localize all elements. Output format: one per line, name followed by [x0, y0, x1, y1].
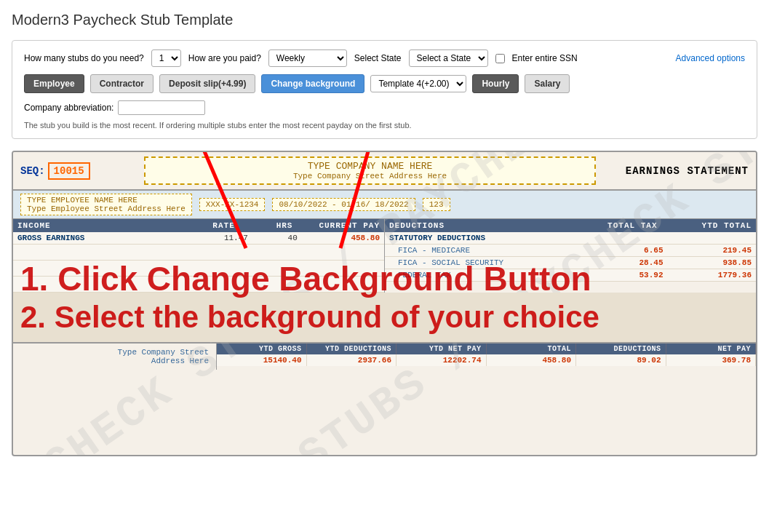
deductions-section: DEDUCTIONS TOTAL TAX YTD TOTAL STATUTORY…: [385, 219, 756, 293]
company-abbr-input[interactable]: [118, 100, 205, 115]
salary-button[interactable]: Salary: [525, 74, 570, 93]
tr-ytd-deductions: 2937.66: [307, 354, 397, 366]
page-title: Modern3 Paycheck Stub Template: [12, 12, 757, 28]
income-row-empty3: [13, 277, 384, 293]
deduct-row-ss: FICA - SOCIAL SECURITY 28.45 938.85: [385, 257, 756, 269]
contractor-button[interactable]: Contractor: [90, 74, 154, 93]
deduct-col-name: DEDUCTIONS: [389, 221, 563, 230]
stub-footer: Type Company Street Address Here YTD GRO…: [13, 342, 756, 370]
deduct-col-total: TOTAL TAX: [570, 221, 658, 230]
company-name-box: TYPE COMPANY NAME HERE Type Company Stre…: [144, 156, 596, 185]
controls-row1: How many stubs do you need? 1234 How are…: [24, 49, 745, 67]
employee-ssn: XXX-XX-1234: [199, 198, 266, 211]
tr-ytd-net: 12202.74: [397, 354, 487, 366]
state-label: Select State: [354, 53, 402, 63]
controls-row3: Company abbreviation:: [24, 100, 745, 115]
income-row-gross: GROSS EARNINGS 11.47 40 458.80: [13, 232, 384, 245]
tr-net-pay: 369.78: [666, 354, 757, 366]
income-row-name: GROSS EARNINGS: [17, 234, 182, 242]
deduct-val-statutory: [570, 234, 661, 242]
company-name: TYPE COMPANY NAME HERE: [308, 161, 433, 172]
th-ytd-net: YTD NET PAY: [397, 344, 487, 354]
info-text: The stub you build is the most recent. I…: [24, 121, 745, 130]
ssn-checkbox[interactable]: [495, 54, 505, 63]
deduct-col-ytd: YTD TOTAL: [665, 221, 752, 230]
overlay-text-2-row: 2. Select the background of your choice: [13, 293, 756, 342]
deduct-name-medicare: FICA - MEDICARE: [389, 246, 575, 255]
employee-name: TYPE EMPLOYEE NAME HERE Type Employee St…: [20, 194, 192, 215]
totals-row: 15140.40 2937.66 12202.74 458.80 89.02 3…: [217, 354, 756, 366]
change-background-button[interactable]: Change background: [261, 74, 364, 93]
income-header: INCOME RATE HRS CURRENT PAY: [13, 219, 384, 232]
income-col-current: CURRENT PAY: [307, 221, 380, 230]
stubs-label: How many stubs do you need?: [24, 53, 144, 63]
th-total: TOTAL: [487, 344, 577, 354]
stub-table: INCOME RATE HRS CURRENT PAY GROSS EARNIN…: [13, 219, 756, 293]
th-net-pay: NET PAY: [666, 344, 757, 354]
income-row-empty2: [13, 261, 384, 277]
footer-company: Type Company Street Address Here: [13, 344, 217, 370]
tr-ytd-gross: 15140.40: [217, 354, 307, 366]
footer-totals: YTD GROSS YTD DEDUCTIONS YTD NET PAY TOT…: [217, 344, 756, 370]
income-col-hrs: HRS: [250, 221, 293, 230]
income-section: INCOME RATE HRS CURRENT PAY GROSS EARNIN…: [13, 219, 385, 293]
controls-panel: How many stubs do you need? 1234 How are…: [12, 40, 757, 139]
income-row-current: 458.80: [298, 234, 380, 242]
income-col-rate: RATE: [177, 221, 235, 230]
advanced-options-link[interactable]: Advanced options: [676, 53, 745, 63]
template-select[interactable]: Template 1Template 2Template 3Template 4…: [370, 75, 466, 92]
tr-total: 458.80: [487, 354, 577, 366]
state-select[interactable]: Select a State AlabamaAlaskaCalifornia: [409, 49, 488, 67]
check-num: 123: [423, 198, 450, 211]
th-deductions: DEDUCTIONS: [576, 344, 666, 354]
deduct-row-medicare: FICA - MEDICARE 6.65 219.45: [385, 245, 756, 257]
hourly-button[interactable]: Hourly: [472, 74, 519, 93]
seq-value: 10015: [48, 162, 90, 180]
deductions-header: DEDUCTIONS TOTAL TAX YTD TOTAL: [385, 219, 756, 232]
deduct-name-federal: FEDERAL TAX: [389, 271, 575, 279]
payment-select[interactable]: WeeklyBi-WeeklySemi-MonthlyMonthly: [268, 49, 347, 67]
deduct-val-medicare: 6.65: [575, 246, 664, 255]
deduct-name-ss: FICA - SOCIAL SECURITY: [389, 258, 575, 267]
deduct-ytd-medicare: 219.45: [664, 246, 752, 255]
ssn-label: Enter entire SSN: [512, 53, 578, 63]
stub-preview: CHECK STUBS / PAYCHECK STUBS CHECK STUBS…: [12, 151, 757, 456]
deduct-row-federal: FEDERAL TAX 53.92 1779.36: [385, 269, 756, 282]
stub-top-header: SEQ: 10015 TYPE COMPANY NAME HERE Type C…: [13, 152, 756, 191]
deduct-name-statutory: STATUTORY DEDUCTIONS: [389, 234, 570, 242]
footer-street-1: Type Company Street Address Here: [20, 348, 209, 365]
deposit-button[interactable]: Deposit slip(+4.99): [159, 74, 255, 93]
deduct-val-ss: 28.45: [575, 258, 664, 267]
employee-details-row: TYPE EMPLOYEE NAME HERE Type Employee St…: [13, 191, 756, 219]
th-ytd-gross: YTD GROSS: [217, 344, 307, 354]
th-ytd-deductions: YTD DEDUCTIONS: [307, 344, 397, 354]
deduct-val-federal: 53.92: [575, 271, 664, 279]
earnings-label: EARNINGS STATEMENT: [603, 156, 749, 185]
controls-row2: Employee Contractor Deposit slip(+4.99) …: [24, 74, 745, 93]
deduct-ytd-ss: 938.85: [664, 258, 752, 267]
tr-deductions: 89.02: [576, 354, 666, 366]
seq-label: SEQ:: [20, 165, 45, 177]
deduct-row-statutory: STATUTORY DEDUCTIONS: [385, 232, 756, 245]
income-row-empty1: [13, 245, 384, 261]
deduct-ytd-federal: 1779.36: [664, 271, 752, 279]
overlay-text-2: 2. Select the background of your choice: [20, 300, 599, 334]
income-row-rate: 11.47: [182, 234, 248, 242]
income-row-hrs: 40: [248, 234, 298, 242]
stubs-select[interactable]: 1234: [151, 49, 181, 67]
totals-header: YTD GROSS YTD DEDUCTIONS YTD NET PAY TOT…: [217, 344, 756, 354]
date-range: 08/10/2022 - 01/16/ 18/2022: [272, 198, 415, 211]
deduct-ytd-statutory: [661, 234, 752, 242]
company-street: Type Company Street Address Here: [293, 172, 447, 180]
income-col-name: INCOME: [17, 221, 162, 230]
company-abbr-label: Company abbreviation:: [24, 103, 113, 113]
seq-box: SEQ: 10015: [20, 156, 137, 185]
employee-button[interactable]: Employee: [24, 74, 84, 93]
payment-label: How are you paid?: [188, 53, 261, 63]
